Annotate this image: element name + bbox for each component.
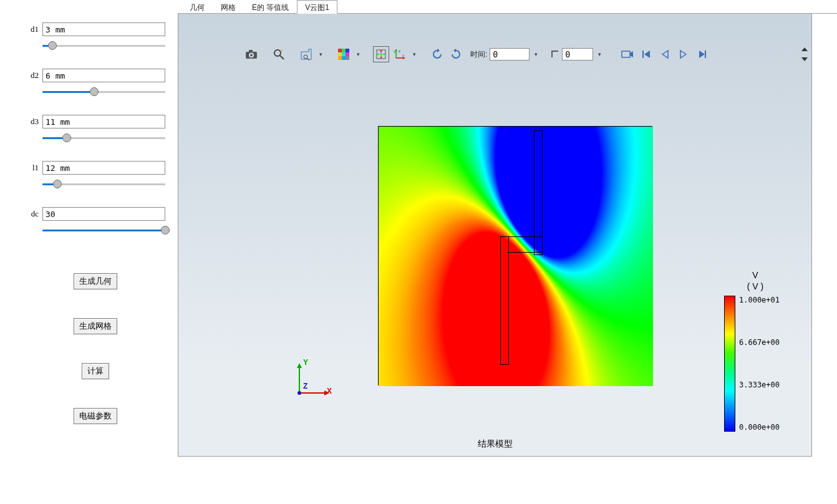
param-d3: d3: [25, 115, 165, 143]
colorbar-unit: ( V ): [747, 281, 763, 291]
svg-rect-9: [342, 49, 346, 52]
svg-text:z: z: [399, 49, 400, 53]
svg-rect-15: [342, 56, 346, 60]
parameter-sidebar: d1d2d3l1dc 生成几何 生成网格 计算 电磁参数: [0, 0, 178, 504]
svg-rect-1: [249, 50, 253, 52]
svg-point-3: [250, 54, 253, 57]
colorbar-gradient: [724, 296, 735, 432]
param-label-d1: d1: [25, 24, 39, 34]
axis-triad: Y X Z: [291, 358, 334, 402]
expand-vertical-icon[interactable]: [800, 47, 809, 61]
probe-icon[interactable]: [298, 46, 314, 62]
tab-strip: 几何网格E的 等值线V云图1: [178, 0, 837, 14]
param-slider-d1[interactable]: [42, 41, 165, 51]
svg-rect-26: [642, 51, 644, 58]
time-input[interactable]: [490, 48, 530, 61]
electrode-positive: [500, 236, 509, 365]
generate-geometry-button[interactable]: 生成几何: [74, 273, 117, 289]
camera-icon[interactable]: [243, 46, 259, 62]
param-label-d3: d3: [25, 117, 39, 127]
svg-text:x: x: [402, 54, 404, 57]
svg-point-30: [298, 391, 301, 395]
rotate-cw-icon[interactable]: [448, 46, 464, 62]
svg-rect-14: [338, 56, 342, 60]
svg-rect-25: [622, 51, 630, 57]
time-label: 时间:: [470, 49, 487, 60]
play-icon[interactable]: [675, 46, 692, 62]
param-slider-dc[interactable]: [42, 226, 165, 236]
viewer-toolbar: ▾ ▾ zxy ▾: [241, 45, 786, 64]
svg-line-5: [280, 56, 284, 59]
palette-icon[interactable]: [336, 46, 352, 62]
em-params-button[interactable]: 电磁参数: [74, 408, 117, 424]
param-label-d2: d2: [25, 70, 39, 80]
next-frame-icon[interactable]: [694, 46, 710, 62]
electrode-bridge: [509, 236, 543, 253]
zoom-icon[interactable]: [271, 46, 287, 62]
colorbar-tick-3: 0.000e+00: [739, 423, 780, 432]
tab-2[interactable]: E的 等值线: [244, 0, 297, 13]
probe-dropdown-icon[interactable]: ▾: [317, 51, 324, 57]
svg-rect-13: [346, 52, 349, 56]
param-input-d3[interactable]: [42, 115, 165, 128]
first-frame-icon[interactable]: [638, 46, 654, 62]
movie-icon[interactable]: [619, 46, 636, 62]
colorbar-tick-1: 6.667e+00: [739, 338, 780, 347]
colorbar-ticks: 1.000e+016.667e+003.333e+000.000e+00: [739, 296, 780, 432]
param-label-l1: l1: [25, 163, 39, 173]
svg-rect-12: [342, 52, 346, 56]
axes-dropdown-icon[interactable]: ▾: [410, 51, 418, 57]
axis-x-label: X: [327, 387, 332, 395]
svg-rect-10: [346, 49, 349, 52]
frame-index-icon: [551, 50, 559, 59]
action-button-group: 生成几何 生成网格 计算 电磁参数: [25, 273, 165, 424]
tab-3[interactable]: V云图1: [297, 0, 337, 14]
svg-point-4: [274, 50, 281, 56]
rotate-ccw-icon[interactable]: [429, 46, 445, 62]
plot-caption: 结果模型: [478, 439, 513, 450]
param-input-d1[interactable]: [42, 22, 165, 36]
axis-y-label: Y: [303, 358, 308, 367]
prev-frame-icon[interactable]: [657, 46, 673, 62]
colorbar-tick-0: 1.000e+01: [739, 296, 780, 304]
param-l1: l1: [25, 161, 165, 190]
axis-z-label: Z: [303, 382, 307, 390]
param-input-l1[interactable]: [42, 161, 165, 175]
param-d2: d2: [25, 69, 165, 97]
tab-1[interactable]: 网格: [213, 0, 244, 13]
frame-input[interactable]: [562, 48, 593, 61]
palette-dropdown-icon[interactable]: ▾: [354, 51, 362, 57]
param-slider-l1[interactable]: [42, 180, 165, 190]
compute-button[interactable]: 计算: [82, 363, 109, 379]
main-panel: 几何网格E的 等值线V云图1 ▾ ▾: [178, 0, 837, 504]
svg-rect-8: [338, 49, 342, 52]
param-input-dc[interactable]: [42, 207, 165, 221]
svg-rect-11: [338, 52, 342, 56]
param-dc: dc: [25, 207, 165, 236]
colorbar: V ( V ) 1.000e+016.667e+003.333e+000.000…: [724, 269, 786, 432]
param-slider-d3[interactable]: [42, 133, 165, 143]
param-label-dc: dc: [25, 209, 39, 219]
axes-icon[interactable]: zxy: [392, 46, 408, 62]
svg-rect-27: [705, 51, 706, 58]
param-input-d2[interactable]: [42, 69, 165, 82]
svg-text:y: y: [394, 49, 395, 53]
generate-mesh-button[interactable]: 生成网格: [74, 318, 117, 334]
colorbar-tick-2: 3.333e+00: [739, 380, 780, 389]
fit-icon[interactable]: [373, 46, 389, 62]
colorbar-var: V: [752, 270, 758, 280]
param-slider-d2[interactable]: [42, 87, 165, 97]
voltage-contour-plot[interactable]: [378, 126, 652, 385]
tab-0[interactable]: 几何: [181, 0, 213, 13]
time-dropdown-icon[interactable]: ▾: [532, 51, 539, 57]
svg-rect-16: [346, 56, 349, 60]
result-viewer: ▾ ▾ zxy ▾: [178, 14, 812, 457]
frame-dropdown-icon[interactable]: ▾: [596, 51, 603, 57]
param-d1: d1: [25, 22, 165, 51]
